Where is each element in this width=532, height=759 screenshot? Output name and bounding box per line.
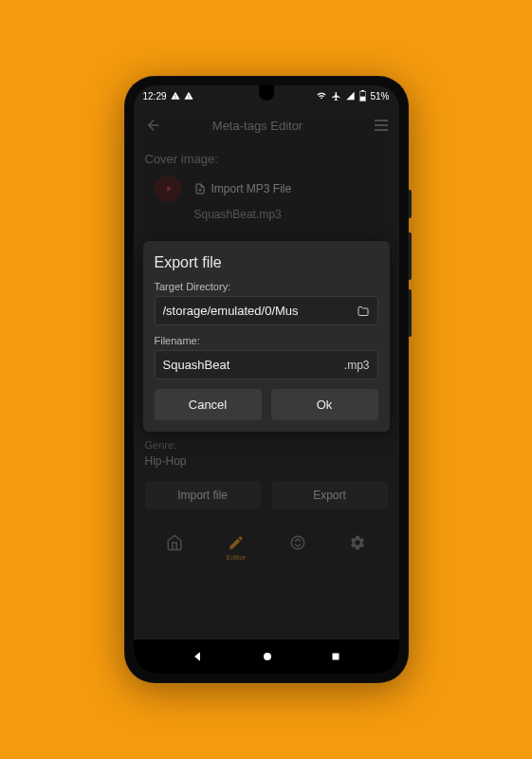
filename-label: Filename: bbox=[155, 335, 378, 346]
svg-rect-6 bbox=[333, 654, 339, 660]
home-icon bbox=[166, 534, 183, 551]
page-title: Meta-tags Editor bbox=[149, 119, 367, 133]
import-mp3-button[interactable]: Import MP3 File bbox=[194, 182, 292, 195]
android-home-icon[interactable] bbox=[262, 651, 273, 662]
side-button bbox=[409, 190, 412, 218]
airplane-icon bbox=[331, 91, 341, 102]
play-icon bbox=[164, 184, 174, 194]
cancel-button[interactable]: Cancel bbox=[155, 389, 262, 420]
target-dir-label: Target Directory: bbox=[155, 281, 378, 292]
export-dialog: Export file Target Directory: /storage/e… bbox=[143, 241, 390, 432]
notch bbox=[259, 85, 274, 101]
warning-icon bbox=[171, 91, 180, 101]
cover-section-label: Cover image: bbox=[145, 152, 388, 166]
target-dir-value: /storage/emulated/0/Mus bbox=[163, 304, 357, 318]
nav-home[interactable] bbox=[166, 534, 183, 551]
pencil-icon bbox=[228, 534, 245, 551]
filename-ext: .mp3 bbox=[344, 359, 370, 372]
play-button[interactable] bbox=[155, 176, 181, 202]
nav-editor[interactable]: Editor bbox=[226, 534, 246, 562]
status-time: 12:29 bbox=[143, 91, 167, 102]
file-import-icon bbox=[194, 182, 206, 195]
warning-icon bbox=[184, 91, 193, 101]
folder-icon[interactable] bbox=[357, 305, 370, 317]
menu-icon[interactable] bbox=[375, 120, 388, 131]
svg-point-5 bbox=[264, 653, 271, 660]
nav-editor-label: Editor bbox=[226, 553, 246, 562]
import-mp3-label: Import MP3 File bbox=[211, 182, 292, 195]
nav-settings[interactable] bbox=[349, 534, 366, 551]
current-filename: SquashBeat.mp3 bbox=[194, 208, 388, 221]
dialog-title: Export file bbox=[155, 254, 378, 271]
svg-rect-1 bbox=[362, 90, 365, 91]
gear-icon bbox=[349, 534, 366, 551]
phone-frame: 12:29 51% Meta-tags Editor Cover i bbox=[124, 76, 409, 683]
status-battery: 51% bbox=[370, 91, 389, 102]
svg-rect-2 bbox=[360, 97, 365, 102]
screen: 12:29 51% Meta-tags Editor Cover i bbox=[134, 85, 399, 674]
ok-button[interactable]: Ok bbox=[271, 389, 378, 420]
genre-value: Hip-Hop bbox=[145, 454, 388, 468]
export-button[interactable]: Export bbox=[272, 481, 388, 509]
svg-point-4 bbox=[291, 536, 304, 549]
nav-swap[interactable] bbox=[289, 534, 306, 551]
battery-icon bbox=[359, 90, 366, 102]
side-button bbox=[409, 232, 412, 280]
swap-icon bbox=[289, 534, 306, 551]
wifi-icon bbox=[316, 91, 327, 101]
android-back-icon[interactable] bbox=[191, 650, 204, 663]
signal-icon bbox=[345, 91, 356, 101]
android-nav bbox=[134, 639, 399, 674]
filename-value: SquashBeat bbox=[163, 358, 340, 372]
android-recents-icon[interactable] bbox=[330, 651, 341, 662]
target-dir-field[interactable]: /storage/emulated/0/Mus bbox=[155, 296, 378, 325]
genre-label: Genre: bbox=[145, 439, 388, 451]
filename-field[interactable]: SquashBeat .mp3 bbox=[155, 350, 378, 380]
import-file-button[interactable]: Import file bbox=[145, 481, 261, 509]
side-button bbox=[409, 289, 412, 337]
